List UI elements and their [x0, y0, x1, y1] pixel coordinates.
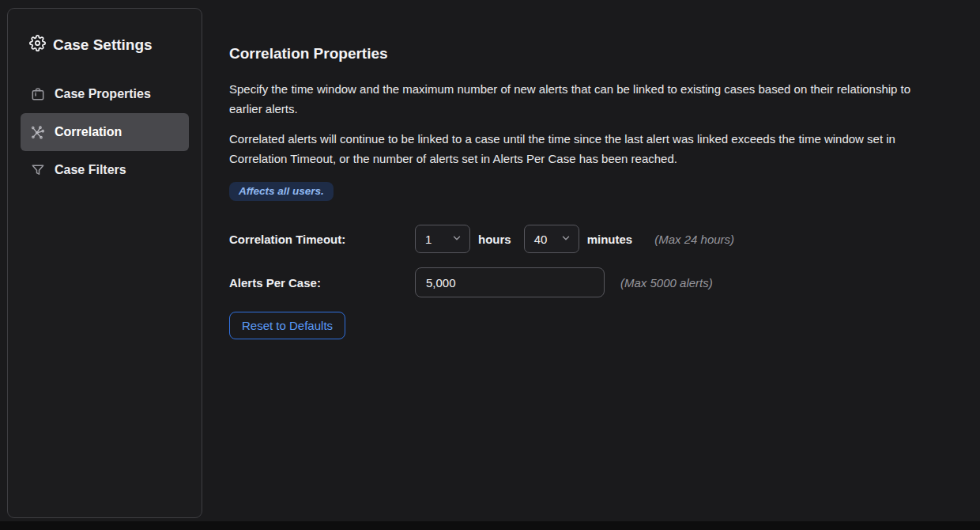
sidebar-item-correlation[interactable]: Correlation [21, 113, 189, 151]
sidebar-item-case-filters[interactable]: Case Filters [21, 151, 189, 189]
sidebar-item-case-properties[interactable]: Case Properties [21, 75, 189, 113]
alerts-max-hint: (Max 5000 alerts) [620, 276, 713, 290]
sidebar-nav: Case Properties Correlation [21, 75, 189, 189]
description-paragraph-1: Specify the time window and the maximum … [229, 79, 929, 119]
graph-icon [30, 124, 46, 140]
hours-unit-label: hours [478, 233, 511, 246]
bottom-strip [0, 521, 980, 530]
sidebar-item-label: Case Properties [55, 87, 151, 101]
gear-icon [29, 35, 46, 55]
sidebar-item-label: Correlation [55, 125, 122, 139]
correlation-settings-panel: Correlation Properties Specify the time … [229, 45, 929, 339]
correlation-form: Correlation Timeout: 1 hours 40 minu [229, 225, 929, 339]
timeout-max-hint: (Max 24 hours) [654, 233, 734, 246]
minutes-select[interactable]: 40 [524, 225, 579, 253]
sidebar-title: Case Settings [8, 9, 202, 55]
case-icon [30, 86, 46, 102]
minutes-select-value: 40 [534, 233, 548, 246]
hours-select-value: 1 [425, 233, 432, 246]
page-title: Correlation Properties [229, 45, 929, 62]
correlation-timeout-row: Correlation Timeout: 1 hours 40 minu [229, 225, 929, 253]
filter-icon [30, 162, 46, 178]
sidebar-item-label: Case Filters [55, 163, 126, 177]
alerts-per-case-label: Alerts Per Case: [229, 276, 415, 290]
hours-select[interactable]: 1 [415, 225, 470, 253]
alerts-per-case-row: Alerts Per Case: (Max 5000 alerts) [229, 267, 929, 297]
affects-all-users-badge: Affects all users. [229, 182, 334, 201]
sidebar-title-label: Case Settings [53, 36, 153, 54]
minutes-unit-label: minutes [587, 233, 633, 246]
chevron-down-icon [451, 233, 462, 246]
chevron-down-icon [560, 233, 571, 246]
case-settings-sidebar: Case Settings Case Properties [7, 8, 202, 518]
alerts-per-case-input[interactable] [415, 267, 605, 297]
description-paragraph-2: Correlated alerts will continue to be li… [229, 129, 929, 168]
reset-to-defaults-button[interactable]: Reset to Defaults [229, 312, 345, 339]
correlation-timeout-label: Correlation Timeout: [229, 233, 415, 246]
